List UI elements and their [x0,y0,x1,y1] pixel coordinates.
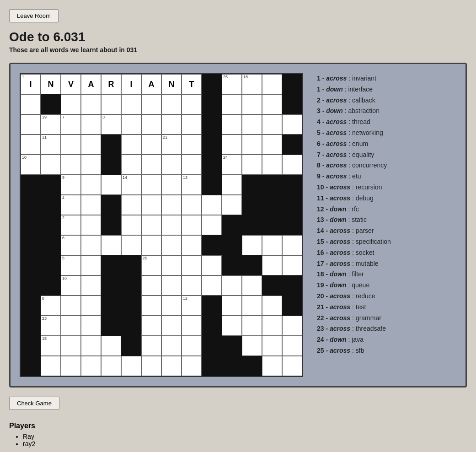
grid-cell[interactable] [262,356,282,376]
grid-cell[interactable] [222,275,242,296]
grid-cell[interactable]: 16 [61,275,81,296]
grid-cell[interactable] [222,94,242,114]
grid-cell[interactable] [262,155,282,175]
grid-cell[interactable] [262,74,282,94]
grid-cell[interactable] [81,235,101,255]
grid-cell[interactable] [141,114,161,135]
grid-cell[interactable]: 13 [182,175,202,195]
grid-cell[interactable] [101,175,121,195]
grid-cell[interactable]: 12 [182,296,202,316]
grid-cell[interactable] [242,296,262,316]
grid-cell[interactable]: 18 [242,74,262,94]
grid-cell[interactable] [81,94,101,114]
grid-cell[interactable]: 21 [161,135,182,155]
grid-cell[interactable] [141,316,161,336]
grid-cell[interactable] [161,336,182,356]
grid-cell[interactable] [242,336,262,356]
grid-cell[interactable] [41,155,61,175]
grid-cell[interactable]: 9 [61,175,81,195]
grid-cell[interactable] [182,316,202,336]
grid-cell[interactable] [141,336,161,356]
grid-cell[interactable] [242,135,262,155]
grid-cell[interactable] [161,215,182,235]
grid-cell[interactable] [222,135,242,155]
grid-cell[interactable]: 4 [61,195,81,215]
grid-cell[interactable] [282,255,302,275]
grid-cell[interactable] [182,135,202,155]
grid-cell[interactable] [141,215,161,235]
leave-room-button[interactable]: Leave Room [9,9,59,22]
grid-cell[interactable]: 8 [41,296,61,316]
grid-cell[interactable] [242,235,262,255]
grid-cell[interactable]: 23 [41,316,61,336]
grid-cell[interactable]: N [41,74,61,94]
grid-cell[interactable] [182,155,202,175]
grid-cell[interactable]: 25 [222,74,242,94]
grid-cell[interactable] [182,235,202,255]
grid-cell[interactable] [61,316,81,336]
grid-cell[interactable]: 7 [61,114,81,135]
grid-cell[interactable] [161,94,182,114]
grid-cell[interactable] [121,114,141,135]
grid-cell[interactable]: A [81,74,101,94]
check-game-button[interactable]: Check Game [9,397,59,410]
grid-cell[interactable] [61,135,81,155]
grid-cell[interactable] [81,155,101,175]
grid-cell[interactable] [81,296,101,316]
grid-cell[interactable] [121,94,141,114]
grid-cell[interactable] [121,235,141,255]
grid-cell[interactable] [81,135,101,155]
grid-cell[interactable]: 5 [61,255,81,275]
grid-cell[interactable] [21,114,41,135]
grid-cell[interactable]: V [61,74,81,94]
grid-cell[interactable] [182,356,202,376]
grid-cell[interactable] [282,316,302,336]
grid-cell[interactable] [282,356,302,376]
grid-cell[interactable] [202,195,222,215]
grid-cell[interactable] [21,135,41,155]
grid-cell[interactable] [182,94,202,114]
grid-cell[interactable]: 10 [21,155,41,175]
grid-cell[interactable] [81,215,101,235]
grid-cell[interactable] [202,275,222,296]
grid-cell[interactable]: 2 [61,215,81,235]
grid-cell[interactable] [141,356,161,376]
grid-cell[interactable] [141,195,161,215]
grid-cell[interactable] [262,255,282,275]
grid-cell[interactable] [41,356,61,376]
grid-cell[interactable]: R [101,74,121,94]
grid-cell[interactable] [161,296,182,316]
grid-cell[interactable] [262,296,282,316]
grid-cell[interactable] [141,175,161,195]
grid-cell[interactable]: 1I [21,74,41,94]
grid-cell[interactable] [202,255,222,275]
grid-cell[interactable] [161,235,182,255]
grid-cell[interactable] [101,356,121,376]
grid-cell[interactable] [242,155,262,175]
grid-cell[interactable] [182,195,202,215]
grid-cell[interactable]: N [161,74,182,94]
grid-cell[interactable] [182,255,202,275]
grid-cell[interactable] [81,114,101,135]
grid-cell[interactable] [141,296,161,316]
grid-cell[interactable] [182,336,202,356]
grid-cell[interactable] [161,356,182,376]
grid-cell[interactable] [161,195,182,215]
grid-cell[interactable] [242,114,262,135]
grid-cell[interactable] [61,336,81,356]
grid-cell[interactable] [141,94,161,114]
grid-cell[interactable] [242,94,262,114]
grid-cell[interactable] [262,316,282,336]
grid-cell[interactable] [161,114,182,135]
grid-cell[interactable] [222,114,242,135]
grid-cell[interactable] [81,275,101,296]
grid-cell[interactable] [81,175,101,195]
grid-cell[interactable] [81,316,101,336]
grid-cell[interactable] [141,135,161,155]
grid-cell[interactable] [182,215,202,235]
grid-cell[interactable]: 14 [121,175,141,195]
grid-cell[interactable] [61,155,81,175]
grid-cell[interactable] [101,336,121,356]
grid-cell[interactable] [262,336,282,356]
grid-cell[interactable]: I [121,74,141,94]
